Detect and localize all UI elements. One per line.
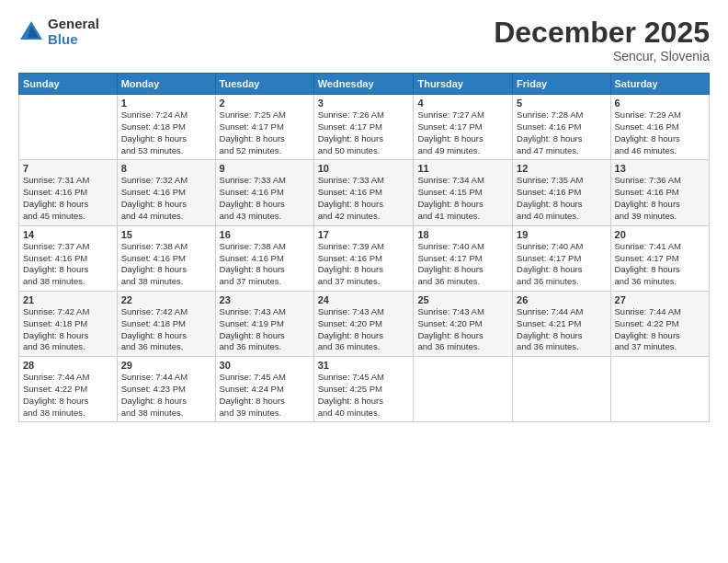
day-info: Sunrise: 7:27 AM Sunset: 4:17 PM Dayligh… <box>417 109 508 156</box>
day-number: 17 <box>318 229 410 240</box>
calendar-cell: 21Sunrise: 7:42 AM Sunset: 4:18 PM Dayli… <box>19 291 118 356</box>
col-wednesday: Wednesday <box>313 74 414 95</box>
calendar-cell: 26Sunrise: 7:44 AM Sunset: 4:21 PM Dayli… <box>513 291 610 356</box>
day-info: Sunrise: 7:42 AM Sunset: 4:18 PM Dayligh… <box>23 306 113 353</box>
day-info: Sunrise: 7:45 AM Sunset: 4:25 PM Dayligh… <box>318 372 410 419</box>
logo-text: General Blue <box>48 17 99 47</box>
day-info: Sunrise: 7:43 AM Sunset: 4:20 PM Dayligh… <box>318 306 410 353</box>
day-info: Sunrise: 7:39 AM Sunset: 4:16 PM Dayligh… <box>318 241 410 288</box>
day-number: 18 <box>417 229 508 240</box>
day-number: 23 <box>220 294 310 305</box>
calendar-cell: 18Sunrise: 7:40 AM Sunset: 4:17 PM Dayli… <box>414 225 513 291</box>
calendar-cell: 9Sunrise: 7:33 AM Sunset: 4:16 PM Daylig… <box>215 160 313 225</box>
calendar-cell: 23Sunrise: 7:43 AM Sunset: 4:19 PM Dayli… <box>215 291 313 356</box>
calendar-cell: 1Sunrise: 7:24 AM Sunset: 4:18 PM Daylig… <box>117 95 215 160</box>
day-info: Sunrise: 7:31 AM Sunset: 4:16 PM Dayligh… <box>23 175 113 222</box>
day-number: 12 <box>517 163 606 174</box>
day-number: 1 <box>121 98 211 109</box>
day-info: Sunrise: 7:28 AM Sunset: 4:16 PM Dayligh… <box>517 109 606 156</box>
calendar-cell: 2Sunrise: 7:25 AM Sunset: 4:17 PM Daylig… <box>215 95 313 160</box>
day-info: Sunrise: 7:42 AM Sunset: 4:18 PM Dayligh… <box>121 306 211 353</box>
calendar-body: 1Sunrise: 7:24 AM Sunset: 4:18 PM Daylig… <box>19 95 710 422</box>
day-info: Sunrise: 7:37 AM Sunset: 4:16 PM Dayligh… <box>23 241 113 288</box>
day-number: 21 <box>23 294 113 305</box>
day-info: Sunrise: 7:44 AM Sunset: 4:23 PM Dayligh… <box>121 372 211 419</box>
calendar-cell: 7Sunrise: 7:31 AM Sunset: 4:16 PM Daylig… <box>19 160 118 225</box>
calendar-cell: 31Sunrise: 7:45 AM Sunset: 4:25 PM Dayli… <box>313 357 414 422</box>
calendar-cell: 16Sunrise: 7:38 AM Sunset: 4:16 PM Dayli… <box>215 225 313 291</box>
day-info: Sunrise: 7:40 AM Sunset: 4:17 PM Dayligh… <box>517 241 606 288</box>
calendar-cell: 28Sunrise: 7:44 AM Sunset: 4:22 PM Dayli… <box>19 357 118 422</box>
day-number: 25 <box>417 294 508 305</box>
day-number: 28 <box>23 360 113 371</box>
day-info: Sunrise: 7:43 AM Sunset: 4:20 PM Dayligh… <box>417 306 508 353</box>
day-number: 4 <box>417 98 508 109</box>
logo: General Blue <box>18 17 99 47</box>
calendar-cell <box>610 357 709 422</box>
day-info: Sunrise: 7:41 AM Sunset: 4:17 PM Dayligh… <box>615 241 705 288</box>
day-number: 19 <box>517 229 606 240</box>
col-thursday: Thursday <box>414 74 513 95</box>
calendar-table: Sunday Monday Tuesday Wednesday Thursday… <box>18 73 710 422</box>
col-monday: Monday <box>117 74 215 95</box>
calendar-cell: 8Sunrise: 7:32 AM Sunset: 4:16 PM Daylig… <box>117 160 215 225</box>
calendar-cell: 10Sunrise: 7:33 AM Sunset: 4:16 PM Dayli… <box>313 160 414 225</box>
day-number: 14 <box>23 229 113 240</box>
day-info: Sunrise: 7:36 AM Sunset: 4:16 PM Dayligh… <box>615 175 705 222</box>
calendar-cell: 25Sunrise: 7:43 AM Sunset: 4:20 PM Dayli… <box>414 291 513 356</box>
logo-blue: Blue <box>48 32 99 48</box>
calendar-week-3: 21Sunrise: 7:42 AM Sunset: 4:18 PM Dayli… <box>19 291 710 356</box>
month-title: December 2025 <box>494 17 710 49</box>
day-number: 31 <box>318 360 410 371</box>
title-block: December 2025 Sencur, Slovenia <box>494 17 710 63</box>
calendar-cell <box>19 95 118 160</box>
day-number: 6 <box>615 98 705 109</box>
day-number: 9 <box>220 163 310 174</box>
day-info: Sunrise: 7:33 AM Sunset: 4:16 PM Dayligh… <box>318 175 410 222</box>
calendar-cell: 20Sunrise: 7:41 AM Sunset: 4:17 PM Dayli… <box>610 225 709 291</box>
day-number: 27 <box>615 294 705 305</box>
day-number: 10 <box>318 163 410 174</box>
calendar-cell: 22Sunrise: 7:42 AM Sunset: 4:18 PM Dayli… <box>117 291 215 356</box>
day-info: Sunrise: 7:44 AM Sunset: 4:22 PM Dayligh… <box>23 372 113 419</box>
col-saturday: Saturday <box>610 74 709 95</box>
calendar-cell <box>414 357 513 422</box>
calendar-week-0: 1Sunrise: 7:24 AM Sunset: 4:18 PM Daylig… <box>19 95 710 160</box>
col-tuesday: Tuesday <box>215 74 313 95</box>
day-number: 16 <box>220 229 310 240</box>
calendar-week-1: 7Sunrise: 7:31 AM Sunset: 4:16 PM Daylig… <box>19 160 710 225</box>
day-number: 7 <box>23 163 113 174</box>
calendar-cell: 19Sunrise: 7:40 AM Sunset: 4:17 PM Dayli… <box>513 225 610 291</box>
day-number: 24 <box>318 294 410 305</box>
day-info: Sunrise: 7:29 AM Sunset: 4:16 PM Dayligh… <box>615 109 705 156</box>
calendar-cell: 29Sunrise: 7:44 AM Sunset: 4:23 PM Dayli… <box>117 357 215 422</box>
logo-icon <box>18 19 44 45</box>
calendar-cell: 12Sunrise: 7:35 AM Sunset: 4:16 PM Dayli… <box>513 160 610 225</box>
day-info: Sunrise: 7:26 AM Sunset: 4:17 PM Dayligh… <box>318 109 410 156</box>
header-row: Sunday Monday Tuesday Wednesday Thursday… <box>19 74 710 95</box>
calendar-header: Sunday Monday Tuesday Wednesday Thursday… <box>19 74 710 95</box>
calendar-cell: 5Sunrise: 7:28 AM Sunset: 4:16 PM Daylig… <box>513 95 610 160</box>
calendar-week-4: 28Sunrise: 7:44 AM Sunset: 4:22 PM Dayli… <box>19 357 710 422</box>
calendar-cell: 24Sunrise: 7:43 AM Sunset: 4:20 PM Dayli… <box>313 291 414 356</box>
calendar-cell <box>513 357 610 422</box>
logo-general: General <box>48 17 99 32</box>
calendar-cell: 4Sunrise: 7:27 AM Sunset: 4:17 PM Daylig… <box>414 95 513 160</box>
location: Sencur, Slovenia <box>494 49 710 63</box>
day-info: Sunrise: 7:38 AM Sunset: 4:16 PM Dayligh… <box>220 241 310 288</box>
day-info: Sunrise: 7:33 AM Sunset: 4:16 PM Dayligh… <box>220 175 310 222</box>
col-friday: Friday <box>513 74 610 95</box>
calendar-cell: 13Sunrise: 7:36 AM Sunset: 4:16 PM Dayli… <box>610 160 709 225</box>
calendar-cell: 27Sunrise: 7:44 AM Sunset: 4:22 PM Dayli… <box>610 291 709 356</box>
day-number: 13 <box>615 163 705 174</box>
calendar-page: General Blue December 2025 Sencur, Slove… <box>0 0 728 563</box>
day-info: Sunrise: 7:44 AM Sunset: 4:21 PM Dayligh… <box>517 306 606 353</box>
calendar-cell: 6Sunrise: 7:29 AM Sunset: 4:16 PM Daylig… <box>610 95 709 160</box>
day-number: 2 <box>220 98 310 109</box>
calendar-cell: 11Sunrise: 7:34 AM Sunset: 4:15 PM Dayli… <box>414 160 513 225</box>
day-info: Sunrise: 7:24 AM Sunset: 4:18 PM Dayligh… <box>121 109 211 156</box>
calendar-cell: 14Sunrise: 7:37 AM Sunset: 4:16 PM Dayli… <box>19 225 118 291</box>
day-number: 30 <box>220 360 310 371</box>
day-info: Sunrise: 7:45 AM Sunset: 4:24 PM Dayligh… <box>220 372 310 419</box>
day-info: Sunrise: 7:38 AM Sunset: 4:16 PM Dayligh… <box>121 241 211 288</box>
